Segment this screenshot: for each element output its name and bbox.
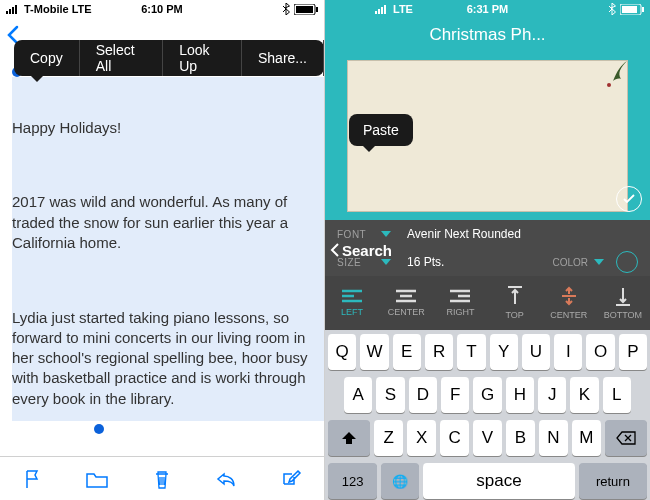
key-t[interactable]: T <box>457 334 485 370</box>
battery-icon <box>620 4 644 15</box>
size-value: 16 Pts. <box>407 255 444 269</box>
svg-rect-0 <box>6 11 8 14</box>
key-e[interactable]: E <box>393 334 421 370</box>
key-h[interactable]: H <box>506 377 534 413</box>
svg-rect-5 <box>296 6 313 13</box>
context-menu: Copy Select All Look Up Share... <box>14 40 324 76</box>
key-i[interactable]: I <box>554 334 582 370</box>
align-top[interactable]: TOP <box>493 286 537 320</box>
menu-copy[interactable]: Copy <box>14 40 80 76</box>
key-x[interactable]: X <box>407 420 436 456</box>
svg-rect-12 <box>622 6 637 13</box>
space-key[interactable]: space <box>423 463 575 499</box>
app-header: Christmas Ph... <box>325 18 650 52</box>
design-canvas[interactable]: Paste <box>325 52 650 220</box>
compose-icon[interactable] <box>280 468 302 490</box>
svg-rect-2 <box>12 7 14 14</box>
font-value: Avenir Next Rounded <box>407 227 521 241</box>
battery-icon <box>294 4 318 15</box>
key-g[interactable]: G <box>473 377 501 413</box>
svg-rect-1 <box>9 9 11 14</box>
key-b[interactable]: B <box>506 420 535 456</box>
key-l[interactable]: L <box>603 377 631 413</box>
flag-icon[interactable] <box>22 468 42 490</box>
key-f[interactable]: F <box>441 377 469 413</box>
reply-icon[interactable] <box>215 470 237 488</box>
key-d[interactable]: D <box>409 377 437 413</box>
trash-icon[interactable] <box>152 468 172 490</box>
return-key[interactable]: return <box>579 463 647 499</box>
note-p2: Lydia just started taking piano lessons,… <box>12 308 324 409</box>
key-v[interactable]: V <box>473 420 502 456</box>
align-vcenter[interactable]: CENTER <box>547 286 591 320</box>
svg-rect-13 <box>642 7 644 12</box>
signal-icon <box>6 4 20 14</box>
notes-app-screen: T-Mobile LTE 6:10 PM Copy Select All Loo… <box>0 0 325 500</box>
note-p1: 2017 was wild and wonderful. As many of … <box>12 192 324 253</box>
branch-decoration-icon <box>593 61 627 99</box>
key-o[interactable]: O <box>586 334 614 370</box>
key-r[interactable]: R <box>425 334 453 370</box>
paste-menu[interactable]: Paste <box>349 114 413 146</box>
key-j[interactable]: J <box>538 377 566 413</box>
selection-handle-end[interactable] <box>94 424 104 434</box>
svg-rect-6 <box>316 7 318 12</box>
key-k[interactable]: K <box>570 377 598 413</box>
dropdown-icon <box>594 259 604 265</box>
svg-point-14 <box>607 83 611 87</box>
bluetooth-icon <box>609 3 616 15</box>
color-picker[interactable]: COLOR <box>552 251 638 273</box>
align-right[interactable]: RIGHT <box>438 289 482 317</box>
carrier-label: LTE <box>393 3 413 15</box>
key-n[interactable]: N <box>539 420 568 456</box>
note-body[interactable]: Happy Holidays! 2017 was wild and wonder… <box>12 77 324 456</box>
status-bar: T-Mobile LTE 6:10 PM <box>0 0 324 18</box>
menu-select-all[interactable]: Select All <box>80 40 164 76</box>
backspace-key[interactable] <box>605 420 647 456</box>
carrier-label: T-Mobile LTE <box>24 3 92 15</box>
bottom-toolbar <box>0 456 324 500</box>
done-button[interactable] <box>616 186 642 212</box>
svg-rect-3 <box>15 5 17 14</box>
key-m[interactable]: M <box>572 420 601 456</box>
key-y[interactable]: Y <box>490 334 518 370</box>
page-title: Christmas Ph... <box>429 25 545 45</box>
folder-icon[interactable] <box>85 469 109 489</box>
key-p[interactable]: P <box>619 334 647 370</box>
menu-look-up[interactable]: Look Up <box>163 40 242 76</box>
align-bottom[interactable]: BOTTOM <box>601 286 645 320</box>
menu-share[interactable]: Share... <box>242 40 324 76</box>
key-c[interactable]: C <box>440 420 469 456</box>
color-swatch-icon <box>616 251 638 273</box>
status-bar: Search LTE 6:31 PM <box>325 0 650 18</box>
design-app-screen: Search LTE 6:31 PM Christmas Ph... Paste <box>325 0 650 500</box>
bluetooth-icon <box>283 3 290 15</box>
key-u[interactable]: U <box>522 334 550 370</box>
note-greeting: Happy Holidays! <box>12 118 324 138</box>
